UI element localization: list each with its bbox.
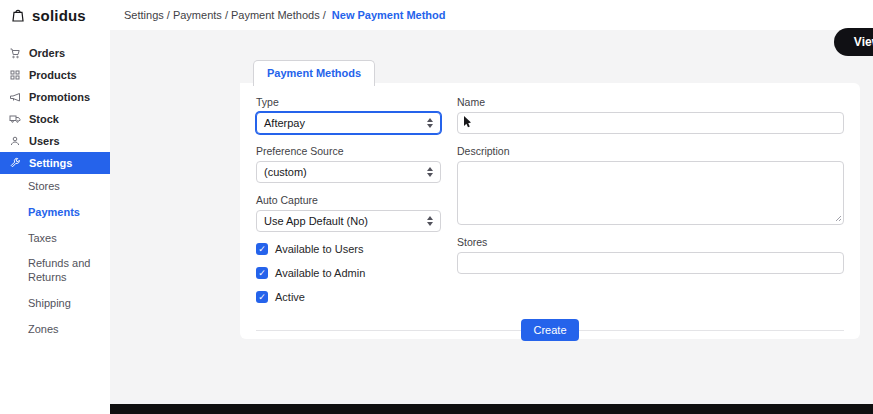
- megaphone-icon: [9, 91, 21, 103]
- sidebar-item-label: Stock: [29, 113, 59, 125]
- header: solidus Settings / Payments / Payment Me…: [0, 0, 873, 30]
- view-button[interactable]: View: [834, 28, 873, 56]
- type-select-value: Afterpay: [264, 117, 305, 129]
- user-icon: [9, 135, 21, 147]
- sidebar-item-products[interactable]: Products: [0, 64, 110, 86]
- divider: [579, 330, 844, 331]
- sidebar-item-orders[interactable]: Orders: [0, 42, 110, 64]
- sidebar-item-label: Settings: [29, 157, 72, 169]
- description-label: Description: [457, 145, 844, 157]
- sidebar-item-label: Users: [29, 135, 60, 147]
- sidebar-item-settings[interactable]: Settings: [0, 152, 110, 174]
- auto-capture-label: Auto Capture: [256, 194, 441, 206]
- resize-handle-icon[interactable]: [834, 214, 842, 222]
- type-select[interactable]: Afterpay: [256, 112, 441, 134]
- tab-payment-methods[interactable]: Payment Methods: [253, 60, 375, 86]
- divider: [256, 330, 521, 331]
- preference-source-select-value: (custom): [264, 166, 307, 178]
- sidebar-subitem-taxes[interactable]: Taxes: [0, 226, 110, 252]
- grid-icon: [9, 69, 21, 81]
- bottom-bar: [110, 404, 873, 414]
- active-label: Active: [275, 291, 305, 303]
- breadcrumb-path[interactable]: Settings / Payments / Payment Methods /: [124, 9, 326, 21]
- sidebar-item-users[interactable]: Users: [0, 130, 110, 152]
- sidebar: Orders Products Promotions Stock: [0, 30, 110, 414]
- create-button[interactable]: Create: [521, 319, 578, 341]
- name-input[interactable]: [457, 112, 844, 134]
- cart-icon: [9, 47, 21, 59]
- sidebar-item-label: Orders: [29, 47, 65, 59]
- preference-source-select[interactable]: (custom): [256, 161, 441, 183]
- breadcrumb: Settings / Payments / Payment Methods / …: [110, 9, 446, 21]
- available-to-users-checkbox[interactable]: [256, 243, 268, 255]
- select-arrows-icon: [427, 118, 433, 128]
- select-arrows-icon: [427, 167, 433, 177]
- available-to-admin-label: Available to Admin: [275, 267, 365, 279]
- form-footer: Create: [256, 319, 844, 341]
- active-checkbox[interactable]: [256, 291, 268, 303]
- payment-method-form-card: Type Afterpay Preference Source (custom)…: [240, 83, 860, 339]
- wrench-icon: [9, 157, 21, 169]
- description-textarea[interactable]: [457, 161, 844, 225]
- solidus-logo-icon: [10, 7, 26, 23]
- sidebar-item-label: Products: [29, 69, 77, 81]
- available-to-users-label: Available to Users: [275, 243, 363, 255]
- name-label: Name: [457, 96, 844, 108]
- stores-label: Stores: [457, 236, 844, 248]
- sidebar-item-label: Promotions: [29, 91, 90, 103]
- sidebar-item-stock[interactable]: Stock: [0, 108, 110, 130]
- sidebar-subitem-zones[interactable]: Zones: [0, 317, 110, 343]
- truck-icon: [9, 113, 21, 125]
- sidebar-subitem-stores[interactable]: Stores: [0, 174, 110, 200]
- type-label: Type: [256, 96, 441, 108]
- preference-source-label: Preference Source: [256, 145, 441, 157]
- sidebar-subitem-payments[interactable]: Payments: [0, 200, 110, 226]
- select-arrows-icon: [427, 216, 433, 226]
- sidebar-subitem-shipping[interactable]: Shipping: [0, 291, 110, 317]
- sidebar-subitem-refunds-and-returns[interactable]: Refunds and Returns: [0, 251, 110, 291]
- solidus-logo[interactable]: solidus: [0, 7, 110, 24]
- logo-text: solidus: [32, 7, 86, 24]
- auto-capture-select[interactable]: Use App Default (No): [256, 210, 441, 232]
- stores-input[interactable]: [457, 252, 844, 274]
- available-to-admin-checkbox[interactable]: [256, 267, 268, 279]
- auto-capture-select-value: Use App Default (No): [264, 215, 368, 227]
- sidebar-item-promotions[interactable]: Promotions: [0, 86, 110, 108]
- breadcrumb-current: New Payment Method: [332, 9, 446, 21]
